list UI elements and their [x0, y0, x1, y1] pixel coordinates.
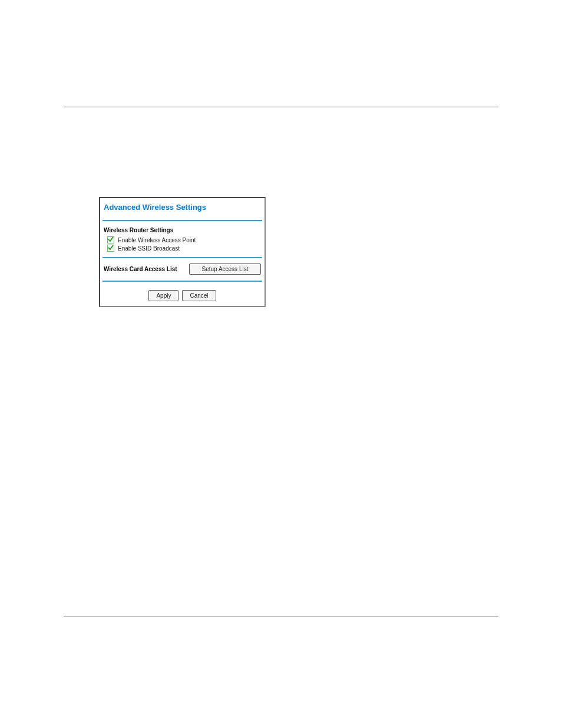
apply-button[interactable]: Apply	[148, 290, 178, 301]
apply-cancel-row: Apply Cancel	[103, 288, 262, 301]
wireless-router-settings-header: Wireless Router Settings	[103, 225, 262, 236]
wireless-card-access-row: Wireless Card Access List Setup Access L…	[103, 262, 262, 275]
check-icon	[107, 244, 114, 251]
cancel-button[interactable]: Cancel	[182, 290, 216, 301]
enable-ssid-row: Enable SSID Broadcast	[103, 244, 262, 252]
enable-ap-checkbox[interactable]	[107, 236, 114, 243]
divider	[103, 257, 262, 258]
bottom-horizontal-rule	[64, 617, 498, 617]
panel-title: Advanced Wireless Settings	[103, 202, 262, 220]
top-horizontal-rule	[64, 107, 498, 107]
setup-access-list-button[interactable]: Setup Access List	[189, 263, 261, 275]
divider	[103, 220, 262, 221]
enable-ap-row: Enable Wireless Access Point	[103, 236, 262, 244]
advanced-wireless-settings-panel: Advanced Wireless Settings Wireless Rout…	[99, 197, 266, 307]
enable-ap-label: Enable Wireless Access Point	[118, 237, 196, 243]
wireless-card-access-label: Wireless Card Access List	[104, 266, 177, 272]
panel-inner: Advanced Wireless Settings Wireless Rout…	[100, 198, 265, 306]
enable-ssid-checkbox[interactable]	[107, 245, 114, 252]
check-icon	[107, 236, 114, 243]
enable-ssid-label: Enable SSID Broadcast	[118, 245, 180, 252]
divider	[103, 281, 262, 282]
